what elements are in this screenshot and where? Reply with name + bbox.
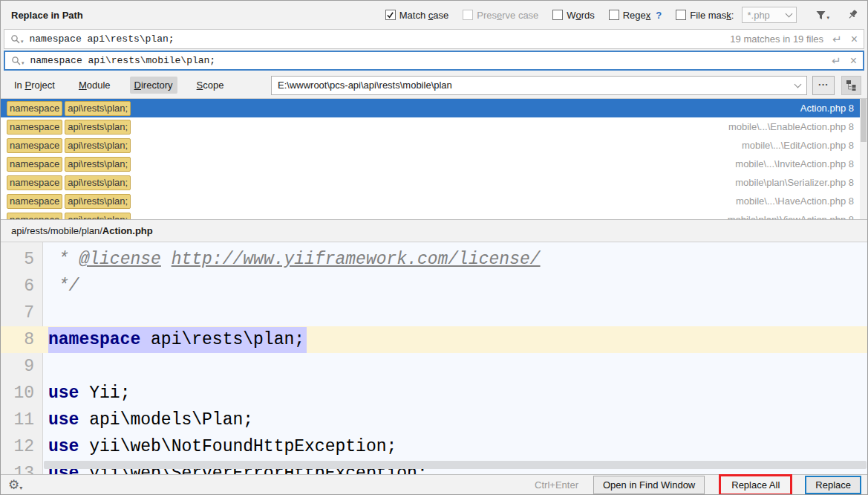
match-highlight: namespace xyxy=(7,157,62,172)
code-line: 7 xyxy=(1,300,867,326)
search-options: Match case Preserve case Words Regex ? F… xyxy=(385,7,858,23)
code-line: 12use yii\web\NotFoundHttpException; xyxy=(1,433,867,460)
gear-icon: ⚙ xyxy=(8,477,19,492)
code-line: 9 xyxy=(1,353,867,380)
match-highlight: namespace xyxy=(7,213,62,220)
result-file-label: mobile\plan\Serializer.php 8 xyxy=(735,177,854,188)
match-highlight: namespace xyxy=(7,194,62,209)
checkbox-icon xyxy=(463,10,473,20)
scope-row: In Project Module Directory Scope E:\www… xyxy=(1,72,867,98)
result-row[interactable]: namespaceapi\rests\plan;mobile\...\Invit… xyxy=(1,155,867,173)
scope-tab-in-project[interactable]: In Project xyxy=(10,77,59,94)
file-mask-dropdown[interactable]: *.php xyxy=(742,7,797,23)
match-highlight: api\rests\plan; xyxy=(65,194,131,209)
match-highlight: namespace xyxy=(7,138,62,153)
replace-all-button[interactable]: Replace All xyxy=(719,474,792,495)
line-number: 12 xyxy=(1,437,43,456)
line-number: 5 xyxy=(1,250,43,269)
line-number: 6 xyxy=(1,276,43,296)
dialog-title: Replace in Path xyxy=(11,10,83,21)
results-list: namespaceapi\rests\plan;Action.php 8name… xyxy=(1,98,867,219)
open-in-find-window-button[interactable]: Open in Find Window xyxy=(593,476,705,494)
newline-icon[interactable]: ↵ xyxy=(832,33,842,46)
code-line: 6 */ xyxy=(1,273,867,300)
line-number: 7 xyxy=(1,303,43,323)
directory-path-combo[interactable]: E:\wwwroot\pcs-api\api\rests\mobile\plan xyxy=(271,76,807,95)
match-case-checkbox[interactable]: Match case xyxy=(385,10,448,21)
checkbox-icon[interactable] xyxy=(676,10,686,20)
checkbox-icon[interactable] xyxy=(609,10,619,20)
match-highlight: namespace xyxy=(7,120,62,135)
scope-tab-directory[interactable]: Directory xyxy=(130,77,177,94)
checkbox-checked-icon[interactable] xyxy=(385,10,396,20)
editor-horizontal-scrollbar[interactable] xyxy=(44,461,867,469)
search-icon[interactable]: ▾ xyxy=(11,56,25,66)
selected-match: namespace api\rests\plan; xyxy=(48,327,307,353)
search-query: namespace api\rests\plan; xyxy=(30,33,174,45)
scope-tab-scope[interactable]: Scope xyxy=(192,77,229,94)
scope-tab-module[interactable]: Module xyxy=(74,77,115,94)
result-file-label: mobile\plan\ViewAction.php 8 xyxy=(728,214,854,219)
filter-button[interactable]: ▾ xyxy=(815,10,829,21)
match-highlight: api\rests\plan; xyxy=(65,120,131,135)
match-highlight: api\rests\plan; xyxy=(65,175,131,190)
scrollbar-thumb[interactable] xyxy=(861,99,867,142)
line-number: 8 xyxy=(1,330,43,349)
result-row[interactable]: namespaceapi\rests\plan;mobile\plan\View… xyxy=(1,210,867,219)
file-mask-checkbox[interactable]: File mask: xyxy=(676,10,734,21)
settings-gear-button[interactable]: ⚙▾ xyxy=(8,479,22,491)
line-text: use api\models\Plan; xyxy=(43,410,253,430)
code-line: 8namespace api\rests\plan; xyxy=(1,326,867,353)
replace-button[interactable]: Replace xyxy=(805,476,861,494)
result-row[interactable]: namespaceapi\rests\plan;mobile\plan\Seri… xyxy=(1,173,867,192)
hierarchy-icon xyxy=(846,80,857,91)
result-row[interactable]: namespaceapi\rests\plan;mobile\...\EditA… xyxy=(1,136,867,155)
chevron-down-icon: ▾ xyxy=(826,15,829,21)
result-file-label: mobile\...\EditAction.php 8 xyxy=(742,140,854,151)
clear-replace-icon[interactable]: × xyxy=(850,55,857,67)
match-highlight: api\rests\plan; xyxy=(65,138,131,153)
pin-button[interactable] xyxy=(846,9,858,21)
chevron-down-icon: ▾ xyxy=(21,39,24,45)
line-text: use yii\web\NotFoundHttpException; xyxy=(43,437,397,456)
chevron-down-icon[interactable] xyxy=(794,80,802,88)
chevron-down-icon: ▾ xyxy=(22,60,25,66)
result-row[interactable]: namespaceapi\rests\plan;Action.php 8 xyxy=(1,99,867,117)
line-number: 9 xyxy=(1,357,43,376)
replace-value: namespace api\rests\mobile\plan; xyxy=(30,55,216,66)
recursive-toggle-button[interactable] xyxy=(841,76,861,95)
words-checkbox[interactable]: Words xyxy=(552,10,594,21)
browse-directory-button[interactable]: ... xyxy=(812,76,835,95)
result-file-label: mobile\...\EnableAction.php 8 xyxy=(728,121,854,132)
results-scrollbar[interactable] xyxy=(860,99,867,219)
search-input[interactable]: ▾ namespace api\rests\plan; 19 matches i… xyxy=(4,29,864,49)
line-number: 10 xyxy=(1,384,43,403)
regex-help-icon[interactable]: ? xyxy=(656,10,662,21)
preview-file: Action.php xyxy=(102,225,153,236)
code-line: 5 * @license http://www.yiiframework.com… xyxy=(1,246,867,273)
newline-icon[interactable]: ↵ xyxy=(832,54,841,68)
scope-tabs: In Project Module Directory Scope xyxy=(10,77,271,94)
result-row[interactable]: namespaceapi\rests\plan;mobile\...\HaveA… xyxy=(1,192,867,210)
directory-path: E:\wwwroot\pcs-api\api\rests\mobile\plan xyxy=(278,80,452,91)
clear-search-icon[interactable]: × xyxy=(851,33,858,45)
result-row[interactable]: namespaceapi\rests\plan;mobile\...\Enabl… xyxy=(1,117,867,136)
dialog-titlebar: Replace in Path Match case Preserve case… xyxy=(1,1,867,29)
replace-input[interactable]: ▾ namespace api\rests\mobile\plan; ↵ × xyxy=(4,51,864,71)
line-text: namespace api\rests\plan; xyxy=(43,330,307,349)
line-number: 13 xyxy=(1,464,43,474)
preview-file-breadcrumb: api/rests/mobile/plan/Action.php xyxy=(1,219,867,242)
code-line: 10use Yii; xyxy=(1,380,867,407)
match-count: 19 matches in 19 files xyxy=(730,33,823,45)
match-highlight: api\rests\plan; xyxy=(65,157,131,172)
checkbox-icon[interactable] xyxy=(552,10,563,20)
shortcut-hint: Ctrl+Enter xyxy=(535,479,578,491)
replace-in-path-dialog: Replace in Path Match case Preserve case… xyxy=(0,0,868,495)
regex-checkbox[interactable]: Regex ? xyxy=(609,10,662,21)
code-preview-editor[interactable]: 5 * @license http://www.yiiframework.com… xyxy=(1,242,867,474)
result-file-label: mobile\...\HaveAction.php 8 xyxy=(736,195,854,207)
line-text: use Yii; xyxy=(43,384,130,403)
footer-bar: ⚙▾ Ctrl+Enter Open in Find Window Replac… xyxy=(1,474,867,494)
search-icon[interactable]: ▾ xyxy=(10,34,24,45)
match-highlight: namespace xyxy=(7,101,62,116)
